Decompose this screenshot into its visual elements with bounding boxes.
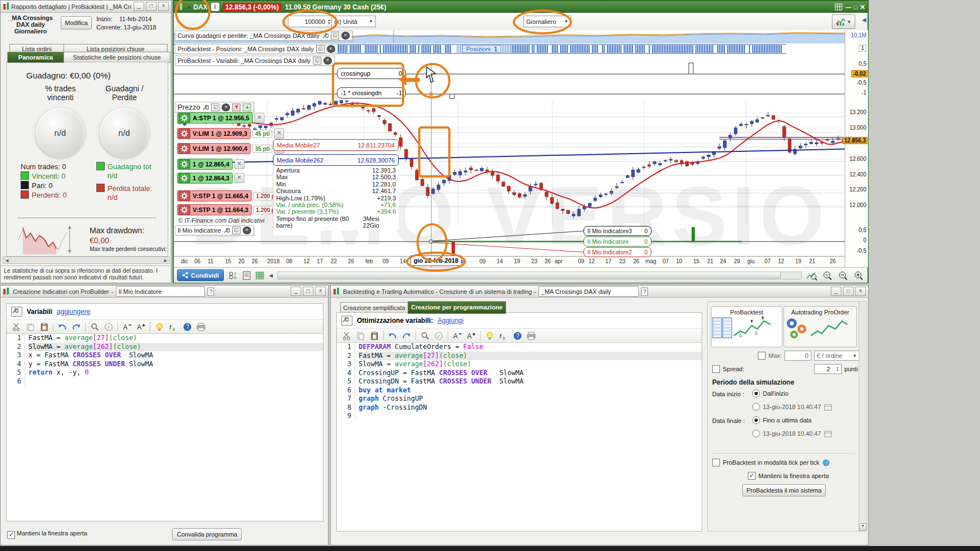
close-panel-icon[interactable]: × xyxy=(222,104,230,111)
order-close-icon[interactable]: ✕ xyxy=(234,159,244,169)
comment-icon[interactable]: // xyxy=(104,322,114,332)
info-icon[interactable]: i xyxy=(211,3,219,11)
order-close-icon[interactable]: ✕ xyxy=(234,173,244,183)
zoom-in-icon[interactable] xyxy=(853,270,864,281)
order-settings-icon[interactable] xyxy=(178,159,190,169)
wrench-button[interactable] xyxy=(11,307,22,317)
code-line[interactable]: 5CrossingDN = FastMA CROSSES UNDER SlowM… xyxy=(337,377,702,386)
zoom-chart-icon[interactable] xyxy=(806,270,817,281)
code-line[interactable]: 6 xyxy=(7,377,323,386)
order-tag[interactable]: 1 @ 12.865,4 ✕ xyxy=(177,159,244,170)
run-backtest-button[interactable]: ProBacktesta il mio sistema xyxy=(742,484,826,496)
add-variable-link[interactable]: aggiungere xyxy=(57,308,90,316)
cut-icon[interactable] xyxy=(11,322,21,332)
system-name-input[interactable]: _MA Crossings DAX daily xyxy=(538,286,639,297)
maximize-icon[interactable]: □ xyxy=(854,4,857,11)
timeframe-select[interactable]: Giornaliero▼ xyxy=(523,16,571,27)
close-panel-icon[interactable]: × xyxy=(324,57,332,65)
detach-panel-icon[interactable]: ◱ xyxy=(211,104,219,111)
order-settings-icon[interactable] xyxy=(178,113,190,123)
chart-hscrollbar[interactable] xyxy=(277,272,802,279)
backtest-code-editor[interactable]: 1DEFPARAM CumulateOrders = False2FastMA … xyxy=(337,343,702,527)
insert-function-icon[interactable]: fx xyxy=(168,322,178,332)
data-finale-ultima[interactable]: Fino a ultima data xyxy=(752,416,811,424)
tick-checkbox[interactable] xyxy=(712,459,720,466)
close-panel-icon[interactable]: × xyxy=(341,32,350,40)
wrench-button[interactable] xyxy=(341,316,352,326)
probuilder-titlebar[interactable]: Creazione Indicatori con ProBuilder - Il… xyxy=(1,286,328,298)
tab-panoramica[interactable]: Panoramica xyxy=(7,52,64,63)
data-finale-custom[interactable]: 13-giu-2018 10.40.47 xyxy=(752,430,832,437)
chart-type-button[interactable]: ▼ xyxy=(832,14,855,29)
calendar-icon[interactable] xyxy=(824,430,832,437)
scroll-left-icon[interactable]: ◀ xyxy=(269,273,273,278)
wrench-icon[interactable] xyxy=(223,227,230,234)
data-inizio-custom[interactable]: 13-giu-2018 10.40.47 xyxy=(752,403,832,411)
probacktest-card[interactable]: ProBacktest xyxy=(711,306,782,347)
close-panel-icon[interactable]: × xyxy=(243,227,251,234)
tab-creazione-programmazione[interactable]: Creazione per programmazione xyxy=(408,301,506,314)
table-icon[interactable] xyxy=(256,271,264,280)
cut-icon[interactable] xyxy=(341,331,351,341)
zoom-out-icon[interactable] xyxy=(837,270,849,281)
copy-icon[interactable] xyxy=(25,322,35,332)
redo-icon[interactable] xyxy=(71,322,81,332)
spread-input[interactable]: 2 ▲▼ xyxy=(814,364,842,374)
detach-panel-icon[interactable]: ◱ xyxy=(316,45,325,53)
suggestion-icon[interactable] xyxy=(154,322,164,332)
spread-checkbox[interactable] xyxy=(712,365,720,373)
code-line[interactable]: 6buy at market xyxy=(337,386,702,395)
keep-open-checkbox[interactable]: ✓ Mantieni la finestra aperta xyxy=(7,530,87,539)
wrench-icon[interactable] xyxy=(202,104,209,111)
minimize-icon[interactable]: _ xyxy=(291,287,301,296)
orders-on-chart-icon[interactable] xyxy=(228,271,238,280)
code-line[interactable]: 1DEFPARAM CumulateOrders = False xyxy=(337,343,702,352)
paste-icon[interactable] xyxy=(369,331,379,341)
undo-icon[interactable] xyxy=(57,322,67,332)
journal-icon[interactable] xyxy=(243,271,251,280)
close-icon[interactable]: ✕ xyxy=(860,3,865,11)
data-inizio-dallinizio[interactable]: Dall'inizio xyxy=(752,390,788,397)
help-icon[interactable]: ? xyxy=(182,322,192,332)
close-icon[interactable]: × xyxy=(315,287,326,296)
code-line[interactable]: 8graph -CrossingDN xyxy=(337,404,702,412)
suggestion-icon[interactable] xyxy=(484,331,494,341)
max-unit-select[interactable]: € / ordine▼ xyxy=(814,351,860,361)
calendar-icon[interactable] xyxy=(824,404,832,411)
order-settings-icon[interactable] xyxy=(178,129,190,139)
wrench-icon[interactable] xyxy=(322,32,329,39)
order-settings-icon[interactable] xyxy=(178,205,190,215)
vertical-scrollbar[interactable]: ▼ xyxy=(859,301,867,532)
print-icon[interactable] xyxy=(526,331,536,341)
maximize-icon[interactable]: □ xyxy=(146,2,156,11)
order-tag[interactable]: V:LIM 1 @ 12.900,4 35 pti ✕ xyxy=(177,143,284,154)
code-line[interactable]: 3x = FastMA CROSSES OVER SlowMA xyxy=(7,351,323,360)
font-larger-icon[interactable]: A xyxy=(136,322,146,332)
grid-icon[interactable] xyxy=(835,3,843,11)
copy-icon[interactable] xyxy=(355,331,365,341)
comment-icon[interactable]: // xyxy=(434,331,444,341)
search-icon[interactable] xyxy=(420,331,430,341)
max-checkbox[interactable] xyxy=(758,352,766,360)
minimize-icon[interactable]: _ xyxy=(831,287,841,296)
code-line[interactable]: 1FastMA = average[27](close) xyxy=(7,334,323,343)
close-panel-icon[interactable]: × xyxy=(327,45,335,53)
keep-open-checkbox[interactable]: ✓ xyxy=(748,472,756,480)
undo-icon[interactable] xyxy=(388,331,398,341)
detach-panel-icon[interactable]: ◱ xyxy=(313,57,321,65)
unit-select[interactable]: (x) Unità▼ xyxy=(331,16,376,27)
redo-icon[interactable] xyxy=(401,331,411,341)
font-larger-icon[interactable]: A xyxy=(466,331,476,341)
sell-arrow-icon[interactable]: ▼ xyxy=(232,104,241,111)
autotrading-proorder-card[interactable]: Autotrading ProOrder xyxy=(783,306,857,347)
chart-titlebar[interactable]: ▼ DAX i 12.856,3 (-0,00%) 11.09.50 Germa… xyxy=(174,1,868,13)
max-input[interactable]: 0 xyxy=(785,351,811,361)
report-titlebar[interactable]: Rapporto dettagliato | ProBacktest | _MA… xyxy=(1,1,171,13)
probuilder-code-editor[interactable]: 1FastMA = average[27](close)2SlowMA = av… xyxy=(7,334,323,518)
symbol-select[interactable]: ▼ DAX xyxy=(187,3,208,11)
help-doc-icon[interactable]: ? xyxy=(207,287,215,296)
tab-statistiche[interactable]: Statistiche delle posizioni chiuse xyxy=(63,52,170,63)
report-title-tabs[interactable]: Rapporto dettagliato | ProBacktest | _MA… xyxy=(11,3,131,10)
close-icon[interactable]: × xyxy=(158,2,169,11)
print-icon[interactable] xyxy=(196,322,206,332)
